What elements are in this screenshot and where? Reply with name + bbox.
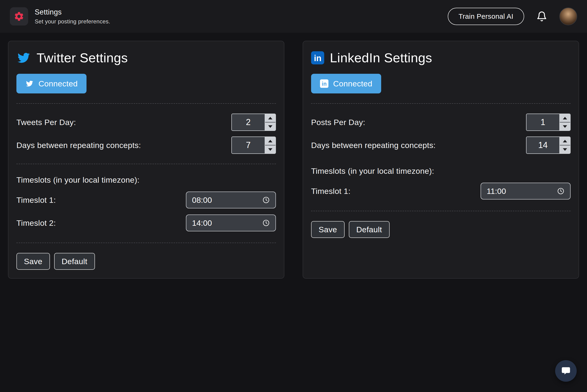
twitter-days-between-value[interactable]: 7: [232, 137, 265, 154]
twitter-card-header: Twitter Settings: [17, 50, 276, 65]
posts-per-day-spinner-up-button[interactable]: [560, 114, 570, 122]
twitter-timeslot-1-label: Timeslot 1:: [17, 196, 56, 205]
chat-launcher-button[interactable]: [555, 360, 577, 382]
linkedin-connected-label: Connected: [333, 79, 372, 88]
linkedin-days-between-value[interactable]: 14: [526, 137, 559, 154]
tweets-per-day-row: Tweets Per Day: 2: [17, 114, 276, 131]
tweets-per-day-label: Tweets Per Day:: [17, 118, 76, 127]
linkedin-glyph: in: [314, 54, 321, 64]
twitter-days-between-spinner: [265, 137, 275, 154]
twitter-timeslot-1-row: Timeslot 1: 08:00: [17, 192, 276, 208]
linkedin-save-button[interactable]: Save: [311, 221, 345, 238]
avatar[interactable]: [559, 8, 577, 25]
header-title-group: Settings Set your posting preferences.: [10, 7, 110, 26]
arrow-up-icon: [563, 117, 567, 120]
arrow-down-icon: [268, 125, 272, 128]
linkedin-timeslot-1-row: Timeslot 1: 11:00: [311, 183, 570, 200]
tweets-per-day-input[interactable]: 2: [231, 114, 276, 131]
header-actions: Train Personal AI: [448, 8, 577, 25]
linkedin-days-between-spinner-down-button[interactable]: [560, 146, 570, 154]
posts-per-day-label: Posts Per Day:: [311, 118, 365, 127]
twitter-timeslot-1-value: 08:00: [192, 196, 212, 205]
posts-per-day-value[interactable]: 1: [526, 114, 559, 130]
linkedin-timeslot-1-input[interactable]: 11:00: [481, 183, 570, 200]
arrow-down-icon: [268, 148, 272, 151]
arrow-up-icon: [268, 140, 272, 142]
twitter-default-button[interactable]: Default: [54, 253, 95, 270]
app-header: Settings Set your posting preferences. T…: [0, 0, 587, 33]
arrow-down-icon: [563, 148, 567, 151]
linkedin-days-between-label: Days between repeating concepts:: [311, 141, 436, 150]
linkedin-card-title: LinkedIn Settings: [330, 50, 432, 65]
twitter-days-between-row: Days between repeating concepts: 7: [17, 136, 276, 154]
twitter-card-title: Twitter Settings: [37, 50, 128, 65]
linkedin-days-between-input[interactable]: 14: [526, 136, 570, 154]
clock-icon[interactable]: [557, 187, 564, 195]
twitter-save-button[interactable]: Save: [17, 253, 50, 270]
train-personal-ai-button[interactable]: Train Personal AI: [448, 8, 524, 25]
page-title: Settings: [35, 8, 110, 16]
twitter-timeslot-2-row: Timeslot 2: 14:00: [17, 214, 276, 231]
clock-icon[interactable]: [262, 196, 270, 204]
twitter-timeslot-2-label: Timeslot 2:: [17, 218, 56, 228]
tweets-per-day-spinner-down-button[interactable]: [265, 122, 275, 130]
twitter-actions: Save Default: [17, 253, 276, 270]
divider: [17, 242, 276, 243]
chat-bubble-icon: [561, 366, 571, 376]
linkedin-logo-icon: in: [320, 80, 329, 88]
twitter-settings-card: Twitter Settings Connected Tweets Per Da…: [8, 41, 284, 279]
twitter-bird-icon: [25, 80, 34, 87]
linkedin-settings-card: in LinkedIn Settings in Connected Posts …: [303, 41, 579, 279]
linkedin-timeslot-1-label: Timeslot 1:: [311, 187, 351, 196]
linkedin-glyph: in: [322, 81, 327, 88]
tweets-per-day-value[interactable]: 2: [232, 114, 265, 130]
twitter-days-between-spinner-up-button[interactable]: [265, 137, 275, 146]
linkedin-timeslot-1-value: 11:00: [487, 187, 506, 196]
tweets-per-day-spinner-up-button[interactable]: [265, 114, 275, 122]
bell-icon: [536, 11, 547, 22]
linkedin-card-header: in LinkedIn Settings: [311, 50, 570, 65]
divider: [17, 164, 276, 164]
divider: [311, 211, 570, 211]
arrow-up-icon: [268, 117, 272, 120]
tweets-per-day-spinner: [265, 114, 275, 130]
twitter-timeslots-heading: Timeslots (in your local timezone):: [17, 176, 276, 184]
settings-icon-badge: [10, 7, 28, 26]
twitter-days-between-label: Days between repeating concepts:: [17, 141, 141, 150]
twitter-connected-label: Connected: [39, 79, 78, 88]
divider: [17, 103, 276, 104]
arrow-up-icon: [563, 140, 567, 142]
linkedin-days-between-spinner-up-button[interactable]: [560, 137, 570, 146]
linkedin-timeslots-heading: Timeslots (in your local timezone):: [311, 166, 570, 176]
posts-per-day-input[interactable]: 1: [526, 114, 570, 131]
notifications-button[interactable]: [536, 11, 547, 22]
twitter-timeslot-2-value: 14:00: [192, 218, 212, 228]
twitter-days-between-spinner-down-button[interactable]: [265, 146, 275, 154]
posts-per-day-row: Posts Per Day: 1: [311, 114, 570, 131]
twitter-bird-icon: [17, 52, 31, 64]
twitter-timeslot-1-input[interactable]: 08:00: [186, 192, 276, 208]
gear-icon: [14, 11, 24, 22]
page-title-block: Settings Set your posting preferences.: [35, 8, 110, 25]
linkedin-connected-button[interactable]: in Connected: [311, 74, 381, 94]
divider: [311, 103, 570, 104]
posts-per-day-spinner: [559, 114, 570, 130]
page-subtitle: Set your posting preferences.: [35, 18, 110, 25]
linkedin-actions: Save Default: [311, 221, 570, 238]
posts-per-day-spinner-down-button[interactable]: [560, 122, 570, 130]
settings-content: Twitter Settings Connected Tweets Per Da…: [0, 33, 587, 279]
twitter-connected-button[interactable]: Connected: [17, 74, 87, 94]
twitter-timeslot-2-input[interactable]: 14:00: [186, 214, 276, 231]
linkedin-logo-icon: in: [311, 51, 324, 64]
linkedin-default-button[interactable]: Default: [349, 221, 390, 238]
linkedin-days-between-row: Days between repeating concepts: 14: [311, 136, 570, 154]
arrow-down-icon: [563, 125, 567, 128]
twitter-days-between-input[interactable]: 7: [231, 136, 276, 154]
clock-icon[interactable]: [262, 219, 270, 227]
linkedin-days-between-spinner: [559, 137, 570, 154]
